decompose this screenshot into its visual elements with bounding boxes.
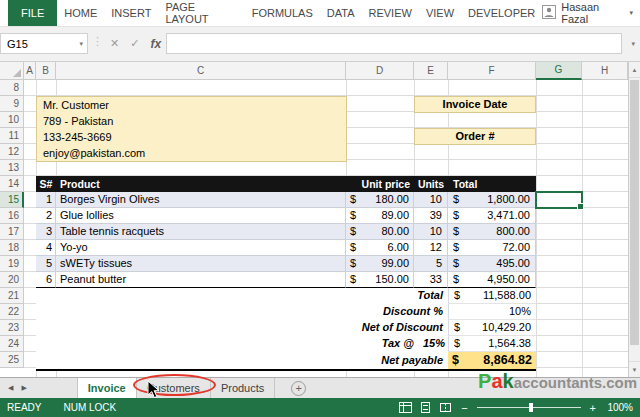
new-sheet-button[interactable]: + [291, 381, 306, 396]
net-payable-value-cell[interactable]: $8,864.82 [448, 352, 536, 369]
total-cell[interactable]: $4,950.00 [448, 272, 536, 288]
name-box-dropdown-icon[interactable]: ▾ [79, 40, 87, 48]
sn-cell[interactable]: 2 [36, 208, 56, 224]
unit-price-cell[interactable]: $89.00 [346, 208, 414, 224]
unit-price-cell[interactable]: $180.00 [346, 192, 414, 208]
account-dropdown-icon[interactable]: ▾ [629, 9, 633, 17]
customer-phone-cell[interactable]: 133-245-3669 [43, 129, 346, 145]
unit-price-cell[interactable]: $99.00 [346, 256, 414, 272]
tab-formulas[interactable]: FORMULAS [245, 0, 320, 26]
name-box[interactable]: G15 ▾ [0, 33, 88, 54]
row-header[interactable]: 20 [0, 272, 24, 288]
units-cell[interactable]: 33 [414, 272, 448, 288]
scroll-up-icon[interactable]: ▲ [629, 62, 640, 78]
tab-view[interactable]: VIEW [419, 0, 461, 26]
column-header-e[interactable]: E [414, 62, 448, 80]
total-cell[interactable]: $72.00 [448, 240, 536, 256]
tax-value-cell[interactable]: $1,564.38 [448, 336, 536, 352]
vertical-scrollbar[interactable]: ▲ ▼ [628, 62, 640, 377]
view-page-layout-icon[interactable] [419, 402, 432, 413]
net-payable-label[interactable]: Net payable [36, 352, 448, 369]
invoice-date-label-cell[interactable]: Invoice Date [414, 96, 536, 113]
units-cell[interactable]: 10 [414, 192, 448, 208]
sheet-tab-products[interactable]: Products [211, 378, 275, 398]
product-cell[interactable]: Table tennis racquets [56, 224, 346, 240]
column-header-b[interactable]: B [36, 62, 56, 80]
header-product[interactable]: Product [56, 176, 346, 192]
total-value-cell[interactable]: $11,588.00 [448, 288, 536, 304]
customer-name-cell[interactable]: Mr. Customer [43, 97, 346, 113]
cancel-icon[interactable]: ✕ [110, 37, 119, 50]
zoom-in-button[interactable]: + [588, 402, 598, 414]
sn-cell[interactable]: 1 [36, 192, 56, 208]
column-header-a[interactable]: A [24, 62, 36, 80]
active-cell-selection[interactable] [535, 191, 583, 209]
units-cell[interactable]: 10 [414, 224, 448, 240]
row-header[interactable]: 25 [0, 352, 24, 368]
discount-label[interactable]: Discount % [36, 304, 448, 320]
row-header[interactable]: 24 [0, 336, 24, 352]
tab-insert[interactable]: INSERT [104, 0, 158, 26]
row-header[interactable]: 22 [0, 304, 24, 320]
row-header[interactable]: 16 [0, 208, 24, 224]
total-cell[interactable]: $3,471.00 [448, 208, 536, 224]
row-header[interactable]: 11 [0, 128, 24, 144]
row-header[interactable]: 17 [0, 224, 24, 240]
scrollbar-thumb[interactable] [630, 80, 639, 345]
unit-price-cell[interactable]: $80.00 [346, 224, 414, 240]
column-header-d[interactable]: D [346, 62, 414, 80]
row-header[interactable]: 9 [0, 96, 24, 112]
discount-value-cell[interactable]: 10% [448, 304, 536, 320]
header-units[interactable]: Units [414, 176, 448, 192]
units-cell[interactable]: 12 [414, 240, 448, 256]
net-of-discount-value-cell[interactable]: $10,429.20 [448, 320, 536, 336]
sn-cell[interactable]: 4 [36, 240, 56, 256]
total-cell[interactable]: $495.00 [448, 256, 536, 272]
column-header-c[interactable]: C [56, 62, 346, 80]
zoom-slider-thumb[interactable] [529, 403, 533, 412]
column-header-g[interactable]: G [536, 62, 582, 80]
row-header[interactable]: 18 [0, 240, 24, 256]
order-number-label-cell[interactable]: Order # [414, 128, 536, 145]
product-cell[interactable]: Glue lollies [56, 208, 346, 224]
select-all-button[interactable] [0, 62, 24, 80]
product-cell[interactable]: sWETy tissues [56, 256, 346, 272]
tab-review[interactable]: REVIEW [362, 0, 419, 26]
customer-address-cell[interactable]: 789 - Pakistan [43, 113, 346, 129]
header-sn[interactable]: S# [36, 176, 56, 192]
row-header[interactable]: 14 [0, 176, 24, 192]
row-header[interactable]: 8 [0, 80, 24, 96]
row-header-15[interactable]: 15 [0, 192, 24, 208]
account-area[interactable]: Hasaan Fazal ▾ [542, 0, 640, 26]
header-total[interactable]: Total [448, 176, 536, 192]
insert-function-icon[interactable]: fx [150, 37, 161, 51]
sheet-tab-invoice[interactable]: Invoice [77, 378, 137, 398]
sn-cell[interactable]: 5 [36, 256, 56, 272]
enter-icon[interactable]: ✓ [130, 37, 139, 50]
tax-label[interactable]: Tax @ [36, 336, 414, 352]
sheet-nav-next-icon[interactable]: ▶ [17, 378, 30, 398]
tab-developer[interactable]: DEVELOPER [461, 0, 542, 26]
row-header[interactable]: 10 [0, 112, 24, 128]
formula-bar-splitter-icon[interactable]: ⋮ [92, 35, 103, 48]
row-header[interactable]: 21 [0, 288, 24, 304]
tab-data[interactable]: DATA [320, 0, 362, 26]
sheet-nav-prev-icon[interactable]: ◀ [0, 378, 17, 398]
formula-bar-expand-icon[interactable]: ▾ [631, 40, 635, 48]
zoom-level[interactable]: 100% [605, 402, 633, 413]
column-header-h[interactable]: H [582, 62, 628, 80]
total-cell[interactable]: $1,800.00 [448, 192, 536, 208]
customer-info-block[interactable]: Mr. Customer 789 - Pakistan 133-245-3669… [36, 96, 347, 162]
column-header-f[interactable]: F [448, 62, 536, 80]
row-header[interactable]: 13 [0, 160, 24, 176]
tab-page-layout[interactable]: PAGE LAYOUT [158, 0, 244, 26]
total-cell[interactable]: $800.00 [448, 224, 536, 240]
unit-price-cell[interactable]: $150.00 [346, 272, 414, 288]
product-cell[interactable]: Borges Virgin Olives [56, 192, 346, 208]
zoom-slider[interactable] [477, 402, 581, 413]
view-page-break-icon[interactable] [439, 402, 452, 413]
units-cell[interactable]: 5 [414, 256, 448, 272]
formula-input[interactable] [166, 33, 622, 54]
tab-home[interactable]: HOME [57, 0, 104, 26]
row-header[interactable]: 23 [0, 320, 24, 336]
